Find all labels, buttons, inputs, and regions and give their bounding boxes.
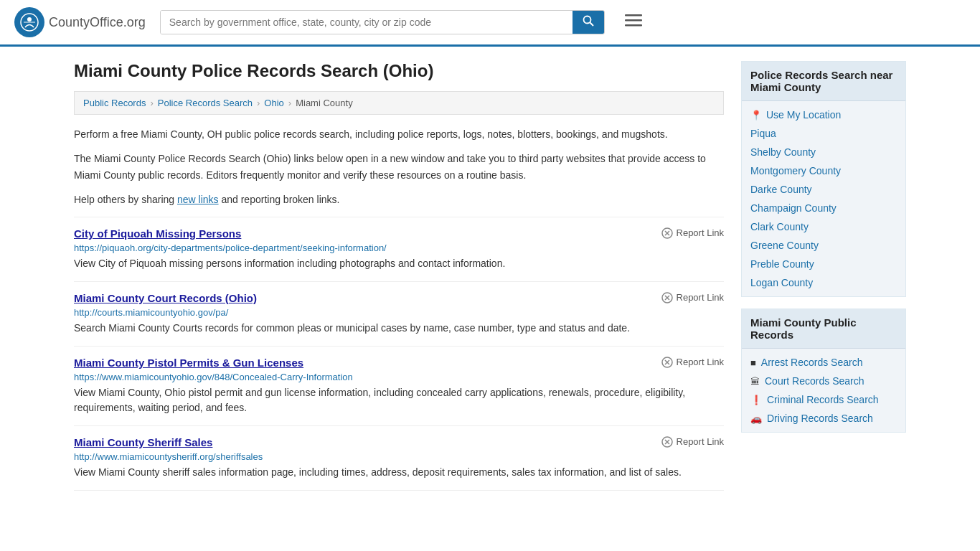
nearby-section: Police Records Search near Miami County … bbox=[741, 61, 906, 297]
public-records-list: ■ Arrest Records Search 🏛 Court Records … bbox=[742, 349, 905, 432]
intro-paragraph-1: Perform a free Miami County, OH public p… bbox=[74, 126, 724, 142]
car-icon: 🚗 bbox=[750, 413, 762, 424]
logo-link[interactable]: CountyOffice.org bbox=[14, 7, 146, 37]
logo-icon bbox=[14, 7, 44, 37]
result-url-1[interactable]: http://courts.miamicountyohio.gov/pa/ bbox=[74, 307, 724, 318]
sidebar-nearby-item-2[interactable]: Montgomery County bbox=[742, 161, 905, 180]
pub-rec-item-0[interactable]: ■ Arrest Records Search bbox=[742, 353, 905, 372]
report-link-0[interactable]: Report Link bbox=[661, 227, 724, 239]
pub-rec-link-3[interactable]: Driving Records Search bbox=[767, 413, 873, 424]
intro-paragraph-2: The Miami County Police Records Search (… bbox=[74, 151, 724, 183]
nearby-link-6[interactable]: Greene County bbox=[750, 240, 819, 251]
breadcrumb-ohio[interactable]: Ohio bbox=[264, 98, 283, 108]
result-item-0: City of Piquoah Missing Persons Report L… bbox=[74, 217, 724, 282]
sidebar-nearby-item-5[interactable]: Clark County bbox=[742, 217, 905, 236]
use-my-location-link[interactable]: Use My Location bbox=[766, 109, 841, 121]
sidebar-nearby-item-7[interactable]: Preble County bbox=[742, 255, 905, 273]
sidebar-nearby-item-6[interactable]: Greene County bbox=[742, 236, 905, 255]
report-link-label-1: Report Link bbox=[677, 292, 724, 303]
results-list: City of Piquoah Missing Persons Report L… bbox=[74, 217, 724, 491]
result-title-1[interactable]: Miami County Court Records (Ohio) bbox=[74, 292, 257, 304]
result-desc-2: View Miami County, Ohio pistol permit an… bbox=[74, 385, 724, 415]
report-link-label-0: Report Link bbox=[677, 227, 724, 238]
pub-rec-item-3[interactable]: 🚗 Driving Records Search bbox=[742, 409, 905, 428]
menu-icon[interactable] bbox=[625, 13, 642, 32]
sidebar-use-my-location[interactable]: 📍 Use My Location bbox=[742, 105, 905, 124]
svg-rect-6 bbox=[625, 19, 642, 22]
nearby-link-7[interactable]: Preble County bbox=[750, 258, 814, 270]
search-button[interactable] bbox=[573, 11, 604, 34]
nearby-link-8[interactable]: Logan County bbox=[750, 277, 813, 288]
breadcrumb-police-records-search[interactable]: Police Records Search bbox=[158, 98, 253, 108]
sidebar-nearby-item-4[interactable]: Champaign County bbox=[742, 199, 905, 217]
location-icon: 📍 bbox=[750, 110, 762, 121]
sidebar: Police Records Search near Miami County … bbox=[741, 61, 906, 491]
nearby-link-1[interactable]: Shelby County bbox=[750, 146, 816, 158]
breadcrumb-miami-county: Miami County bbox=[296, 98, 352, 108]
page-title: Miami County Police Records Search (Ohio… bbox=[74, 61, 724, 81]
result-item-1: Miami County Court Records (Ohio) Report… bbox=[74, 282, 724, 347]
pub-rec-link-0[interactable]: Arrest Records Search bbox=[761, 357, 863, 368]
result-title-3[interactable]: Miami County Sheriff Sales bbox=[74, 436, 212, 448]
new-links-link[interactable]: new links bbox=[177, 194, 219, 205]
main-content: Miami County Police Records Search (Ohio… bbox=[74, 61, 724, 491]
header: CountyOffice.org bbox=[0, 0, 980, 47]
pub-rec-item-1[interactable]: 🏛 Court Records Search bbox=[742, 372, 905, 390]
sidebar-nearby-item-1[interactable]: Shelby County bbox=[742, 143, 905, 161]
result-item-3: Miami County Sheriff Sales Report Link h… bbox=[74, 426, 724, 491]
square-icon: ■ bbox=[750, 357, 756, 368]
breadcrumb-public-records[interactable]: Public Records bbox=[83, 98, 146, 108]
nearby-link-4[interactable]: Champaign County bbox=[750, 202, 837, 214]
breadcrumb: Public Records › Police Records Search ›… bbox=[74, 91, 724, 115]
result-item-2: Miami County Pistol Permits & Gun Licens… bbox=[74, 347, 724, 426]
nearby-list: 📍 Use My Location PiquaShelby CountyMont… bbox=[742, 101, 905, 296]
breadcrumb-sep-2: › bbox=[257, 98, 260, 108]
result-desc-3: View Miami County sheriff sales informat… bbox=[74, 465, 724, 480]
svg-line-4 bbox=[590, 23, 593, 27]
report-link-1[interactable]: Report Link bbox=[661, 292, 724, 303]
result-desc-0: View City of Piquoah missing persons inf… bbox=[74, 256, 724, 271]
svg-rect-5 bbox=[625, 14, 642, 17]
search-bar bbox=[160, 10, 605, 34]
report-link-label-2: Report Link bbox=[677, 357, 724, 367]
main-container: Miami County Police Records Search (Ohio… bbox=[60, 47, 920, 505]
result-url-3[interactable]: http://www.miamicountysheriff.org/sherif… bbox=[74, 451, 724, 462]
result-url-2[interactable]: https://www.miamicountyohio.gov/848/Conc… bbox=[74, 372, 724, 382]
exclamation-icon: ❗ bbox=[750, 395, 762, 405]
nearby-link-3[interactable]: Darke County bbox=[750, 184, 812, 195]
breadcrumb-sep-3: › bbox=[288, 98, 291, 108]
report-link-2[interactable]: Report Link bbox=[661, 357, 724, 368]
nearby-link-2[interactable]: Montgomery County bbox=[750, 165, 841, 176]
pub-rec-link-2[interactable]: Criminal Records Search bbox=[767, 394, 879, 405]
public-records-section: Miami County Public Records ■ Arrest Rec… bbox=[741, 309, 906, 433]
result-url-0[interactable]: https://piquaoh.org/city-departments/pol… bbox=[74, 242, 724, 253]
nearby-link-5[interactable]: Clark County bbox=[750, 221, 809, 232]
result-title-0[interactable]: City of Piquoah Missing Persons bbox=[74, 227, 241, 240]
search-input[interactable] bbox=[161, 11, 573, 34]
public-records-section-title: Miami County Public Records bbox=[742, 309, 905, 349]
svg-point-3 bbox=[583, 17, 590, 24]
building-icon: 🏛 bbox=[750, 376, 760, 387]
result-desc-1: Search Miami County Courts records for c… bbox=[74, 321, 724, 336]
report-link-label-3: Report Link bbox=[677, 436, 724, 447]
pub-rec-link-1[interactable]: Court Records Search bbox=[765, 375, 864, 387]
result-title-2[interactable]: Miami County Pistol Permits & Gun Licens… bbox=[74, 357, 303, 369]
intro-paragraph-3: Help others by sharing new links and rep… bbox=[74, 192, 724, 207]
sidebar-nearby-item-3[interactable]: Darke County bbox=[742, 180, 905, 199]
report-link-3[interactable]: Report Link bbox=[661, 436, 724, 448]
svg-rect-7 bbox=[625, 24, 642, 27]
svg-point-1 bbox=[27, 17, 32, 22]
nearby-section-title: Police Records Search near Miami County bbox=[742, 62, 905, 101]
pub-rec-item-2[interactable]: ❗ Criminal Records Search bbox=[742, 390, 905, 409]
logo-text: CountyOffice.org bbox=[49, 15, 146, 30]
nearby-link-0[interactable]: Piqua bbox=[750, 128, 776, 139]
breadcrumb-sep-1: › bbox=[150, 98, 153, 108]
sidebar-nearby-item-0[interactable]: Piqua bbox=[742, 124, 905, 143]
sidebar-nearby-item-8[interactable]: Logan County bbox=[742, 273, 905, 292]
